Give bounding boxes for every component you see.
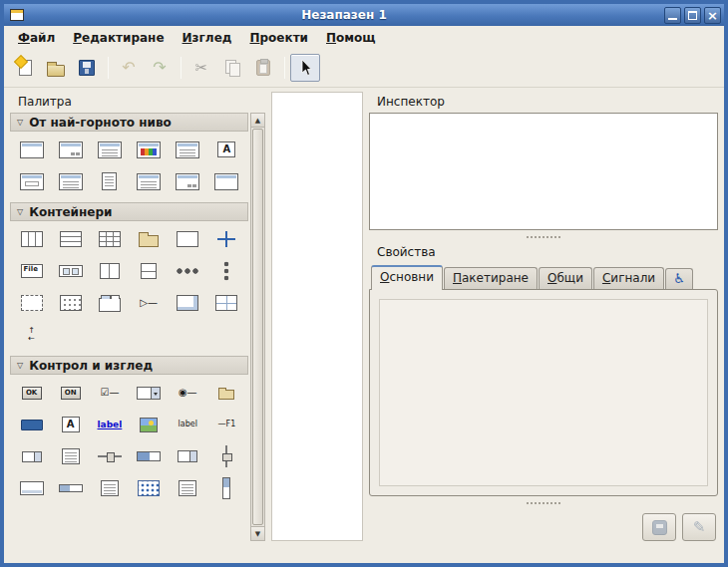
horizontal-scale-palette-item[interactable] xyxy=(90,440,129,472)
font-button-palette-item[interactable]: A xyxy=(51,409,90,440)
viewport-palette-item[interactable] xyxy=(207,287,246,319)
pane-resize-grip[interactable] xyxy=(527,236,560,238)
new-project-button[interactable] xyxy=(10,54,40,82)
redo-button[interactable]: ↷ xyxy=(145,54,175,82)
statusbar-palette-item[interactable] xyxy=(12,472,51,504)
file-chooser-button-palette-item[interactable] xyxy=(207,377,246,409)
vertical-box-palette-item[interactable] xyxy=(12,223,51,255)
list-view-palette-item[interactable] xyxy=(169,472,207,504)
notebook-palette-item[interactable] xyxy=(90,287,129,319)
scroll-down-arrow-icon[interactable] xyxy=(251,526,264,540)
button-palette-item[interactable]: OK xyxy=(12,377,51,409)
toolbar-palette-item[interactable] xyxy=(51,255,90,287)
menu-projects[interactable]: Проекти xyxy=(241,29,316,47)
close-button[interactable] xyxy=(704,7,721,24)
pane-resize-grip[interactable] xyxy=(527,502,560,504)
vertical-paned-palette-item[interactable] xyxy=(130,255,169,287)
table-palette-item[interactable] xyxy=(90,223,129,255)
frame-palette-item[interactable] xyxy=(130,223,169,255)
handle-box-palette-item[interactable]: ↑ ← xyxy=(12,319,51,351)
font-selection-dialog-palette-item[interactable]: A xyxy=(207,134,246,165)
menu-view[interactable]: Изглед xyxy=(175,29,240,47)
link-button-palette-item[interactable]: label xyxy=(90,409,129,440)
menu-help[interactable]: Помощ xyxy=(318,29,384,47)
palette-scrollbar[interactable] xyxy=(250,113,265,541)
assistant-palette-item[interactable] xyxy=(169,165,207,197)
open-project-button[interactable] xyxy=(41,54,71,82)
horizontal-paned-palette-item[interactable] xyxy=(90,255,129,287)
horizontal-box-palette-item[interactable] xyxy=(51,223,90,255)
spin-button-palette-item[interactable] xyxy=(169,440,207,472)
palette-section-controls[interactable]: Контрол и изглед xyxy=(10,356,248,375)
popup-window-palette-item[interactable] xyxy=(207,165,246,197)
cut-button[interactable]: ✂ xyxy=(186,54,216,82)
progress-bar-palette-item[interactable] xyxy=(130,440,169,472)
vertical-button-box-palette-item[interactable] xyxy=(207,255,246,287)
accel-label-palette-item[interactable]: —F1 xyxy=(207,409,246,440)
about-dialog-palette-item[interactable] xyxy=(51,165,90,197)
tree-view-palette-item[interactable] xyxy=(90,472,129,504)
icon-view-widget-palette-item[interactable] xyxy=(130,472,169,504)
save-project-button[interactable] xyxy=(72,54,102,82)
menu-edit[interactable]: Редактиране xyxy=(65,29,172,47)
tab-general[interactable]: Основни xyxy=(371,265,443,290)
window-palette-item[interactable] xyxy=(12,134,51,165)
copy-button[interactable] xyxy=(217,54,247,82)
fixed-palette-item[interactable] xyxy=(207,223,246,255)
vertical-scale-palette-item[interactable] xyxy=(207,440,246,472)
vertical-scrollbar-palette-item[interactable] xyxy=(207,472,246,504)
tab-signals[interactable]: Сигнали xyxy=(593,267,664,289)
combo-box-entry-palette-item[interactable] xyxy=(12,440,51,472)
pointer-tool-button[interactable] xyxy=(290,54,320,82)
menu-file[interactable]: Файл xyxy=(10,29,63,47)
horizontal-scrollbar-palette-item[interactable] xyxy=(51,472,90,504)
scrollbar-track[interactable] xyxy=(251,128,264,526)
color-selection-dialog-palette-item[interactable] xyxy=(130,134,169,165)
text-view-icon xyxy=(62,448,80,464)
scrollbar-thumb[interactable] xyxy=(252,129,263,525)
text-view-palette-item[interactable] xyxy=(51,440,90,472)
input-dialog-palette-item[interactable] xyxy=(12,165,51,197)
tab-packing[interactable]: Пакетиране xyxy=(444,267,538,289)
file-chooser-dialog-icon xyxy=(102,172,117,190)
undo-button[interactable]: ↶ xyxy=(114,54,144,82)
scroll-up-arrow-icon[interactable] xyxy=(251,114,264,128)
maximize-button[interactable] xyxy=(684,7,701,24)
horizontal-button-box-palette-item[interactable] xyxy=(169,255,207,287)
toolbar: ↶ ↷ ✂ xyxy=(4,49,724,88)
collapse-triangle-icon xyxy=(17,207,23,216)
edit-widget-button[interactable]: ✎ xyxy=(682,513,716,541)
tab-common[interactable]: Общи xyxy=(539,267,592,289)
check-button-palette-item[interactable]: ☑— xyxy=(90,377,129,409)
image-palette-item[interactable] xyxy=(130,409,169,440)
tab-accessibility[interactable]: ♿ xyxy=(665,268,693,289)
palette-section-toplevel[interactable]: От най-горното ниво xyxy=(10,113,248,132)
minimize-button[interactable] xyxy=(664,7,681,24)
radio-button-palette-item[interactable]: ◉— xyxy=(169,377,207,409)
entry-palette-item[interactable] xyxy=(12,409,51,440)
menu-bar-palette-item[interactable]: File xyxy=(12,255,51,287)
message-dialog-palette-item[interactable] xyxy=(90,134,129,165)
file-chooser-dialog-palette-item[interactable] xyxy=(90,165,129,197)
expander-palette-item[interactable]: ▷— xyxy=(130,287,169,319)
palette-title: Палитра xyxy=(10,90,265,113)
icon-view-icon xyxy=(60,295,82,311)
combo-box-palette-item[interactable] xyxy=(130,377,169,409)
paste-button[interactable] xyxy=(248,54,278,82)
design-canvas[interactable] xyxy=(271,92,363,541)
layout-palette-item[interactable] xyxy=(12,287,51,319)
recent-chooser-dialog-palette-item[interactable] xyxy=(130,165,169,197)
combo-box-icon xyxy=(137,387,161,400)
properties-tabs: Основни Пакетиране Общи Сигнали ♿ xyxy=(369,263,718,289)
titlebar[interactable]: Незапазен 1 xyxy=(4,4,724,26)
label-palette-item[interactable]: label xyxy=(169,409,207,440)
file-selection-dialog-palette-item[interactable] xyxy=(169,134,207,165)
scrolled-window-palette-item[interactable] xyxy=(169,287,207,319)
palette-section-containers[interactable]: Контейнери xyxy=(10,202,248,221)
inspector-tree[interactable] xyxy=(369,113,718,230)
toggle-button-palette-item[interactable]: ON xyxy=(51,377,90,409)
widget-info-button[interactable] xyxy=(642,513,676,541)
dialog-palette-item[interactable] xyxy=(51,134,90,165)
aspect-frame-palette-item[interactable] xyxy=(169,223,207,255)
icon-view-palette-item[interactable] xyxy=(51,287,90,319)
